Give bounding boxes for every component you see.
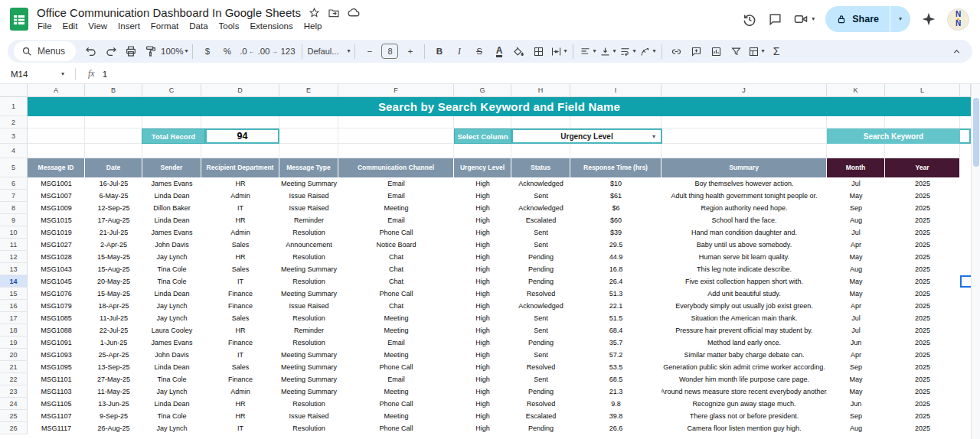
cell[interactable]: 2025 [885, 226, 960, 239]
cell[interactable]: MSG1001 [28, 177, 85, 190]
cell[interactable]: 27-May-25 [85, 373, 142, 385]
row-header-21[interactable]: 21 [0, 361, 28, 373]
cell[interactable]: Phone Call [338, 422, 454, 434]
cell[interactable]: Phone Call [338, 226, 454, 239]
cell[interactable]: MSG1088 [28, 324, 85, 337]
cell[interactable]: 2-Apr-25 [85, 239, 142, 251]
cell[interactable]: 15-May-25 [85, 288, 142, 300]
cell[interactable]: May [827, 275, 885, 288]
cell[interactable]: Admin [201, 226, 279, 239]
cell[interactable]: Email [338, 373, 454, 385]
cell[interactable]: Resolved [511, 398, 570, 410]
zoom-select[interactable]: 100%▾ [161, 42, 188, 61]
comments-icon[interactable] [768, 12, 782, 27]
cell[interactable]: May [827, 373, 885, 385]
cell[interactable]: $10 [570, 177, 662, 190]
cell[interactable]: Chat [338, 300, 454, 312]
cell[interactable]: HR [201, 177, 279, 190]
cell[interactable]: Sent [511, 190, 570, 202]
cell[interactable]: Resolution [279, 398, 338, 410]
banner-title-cell[interactable]: Search by Search Keyword and Field Name [28, 97, 971, 116]
cell[interactable]: Email [338, 190, 454, 202]
cell[interactable]: Sep [827, 361, 885, 373]
cell[interactable] [827, 116, 885, 128]
cell[interactable]: Camera floor listen mention guy high. [662, 422, 827, 434]
cell[interactable]: IT [201, 202, 279, 214]
cell[interactable]: Jul [827, 312, 885, 324]
cell[interactable]: Meeting Summary [279, 263, 338, 275]
cell[interactable]: Boy themselves however action. [662, 177, 827, 190]
cell[interactable] [662, 128, 827, 144]
row-header-24[interactable]: 24 [0, 398, 28, 410]
cell[interactable]: 15-May-25 [85, 251, 142, 263]
text-rotation-button[interactable]: A ▾ [638, 42, 657, 61]
cell[interactable]: Admin [201, 385, 279, 398]
cell[interactable]: Aug [827, 214, 885, 226]
cell[interactable]: John Davis [142, 349, 201, 361]
cell[interactable]: Acknowledged [511, 300, 570, 312]
row-header-6[interactable]: 6 [0, 177, 28, 190]
cell[interactable]: Finance [201, 300, 279, 312]
cell[interactable]: High [454, 324, 511, 337]
cell[interactable]: Linda Dean [142, 361, 201, 373]
row-header-17[interactable]: 17 [0, 312, 28, 324]
table-header-sender[interactable]: Sender [142, 158, 201, 177]
cell[interactable]: James Evans [142, 177, 201, 190]
cell[interactable]: High [454, 251, 511, 263]
cell[interactable] [338, 128, 454, 144]
cell[interactable]: MSG1105 [28, 398, 85, 410]
cell[interactable]: 68.5 [570, 373, 662, 385]
row-header-26[interactable]: 26 [0, 422, 28, 434]
row-header-8[interactable]: 8 [0, 202, 28, 214]
number-format-button[interactable]: 123 [278, 42, 297, 61]
name-box[interactable]: M14 ▾ [0, 70, 70, 79]
cell[interactable]: IT [201, 349, 279, 361]
undo-button[interactable] [81, 42, 100, 61]
cell[interactable]: High [454, 349, 511, 361]
cell[interactable]: Jun [827, 398, 885, 410]
cell[interactable]: Region authority need hope. [662, 202, 827, 214]
row-header-7[interactable]: 7 [0, 190, 28, 202]
row-header-1[interactable]: 1 [0, 97, 28, 116]
cell[interactable]: Announcement [279, 239, 338, 251]
cell[interactable]: High [454, 202, 511, 214]
document-title[interactable]: Office Communication Dashboard In Google… [37, 6, 301, 19]
cell[interactable] [279, 116, 338, 128]
cell[interactable]: High [454, 312, 511, 324]
cell[interactable]: Acknowledged [511, 177, 570, 190]
row-header-25[interactable]: 25 [0, 410, 28, 422]
hide-toolbar-button[interactable] [947, 42, 966, 61]
cell[interactable]: 53.5 [570, 361, 662, 373]
cell[interactable]: Sales [201, 263, 279, 275]
cell[interactable]: MSG1015 [28, 214, 85, 226]
cell[interactable]: MSG1043 [28, 263, 85, 275]
cell[interactable]: $60 [570, 214, 662, 226]
cell[interactable]: Baby until us above somebody. [662, 239, 827, 251]
cell[interactable]: High [454, 263, 511, 275]
cell[interactable]: Wonder him month life purpose care page. [662, 373, 827, 385]
total-record-value[interactable]: 94 [205, 128, 279, 144]
cell[interactable]: Pending [511, 337, 570, 349]
search-keyword-button[interactable]: Search Keyword [827, 128, 960, 144]
cell[interactable] [85, 128, 142, 144]
decrease-decimal-button[interactable]: .0← [237, 42, 256, 61]
cell[interactable] [827, 144, 885, 158]
cell[interactable]: HR [201, 251, 279, 263]
vertical-align-button[interactable]: ▾ [598, 42, 617, 61]
cell[interactable]: MSG1045 [28, 275, 85, 288]
cell[interactable]: High [454, 373, 511, 385]
cell[interactable] [338, 116, 454, 128]
table-header-communication-channel[interactable]: Communication Channel [338, 158, 454, 177]
cell[interactable]: 2025 [885, 300, 960, 312]
cell[interactable] [662, 144, 827, 158]
cell[interactable]: Sales [201, 312, 279, 324]
table-header-recipient-department[interactable]: Recipient Department [201, 158, 279, 177]
share-dropdown-button[interactable]: ▾ [890, 6, 910, 32]
cell[interactable]: Jul [827, 324, 885, 337]
cell[interactable]: 57.2 [570, 349, 662, 361]
table-views-button[interactable]: ▾ [746, 42, 766, 61]
menu-view[interactable]: View [83, 20, 113, 32]
cell[interactable]: Meeting [338, 324, 454, 337]
cell[interactable] [28, 144, 85, 158]
column-header-k[interactable]: K [827, 84, 885, 97]
